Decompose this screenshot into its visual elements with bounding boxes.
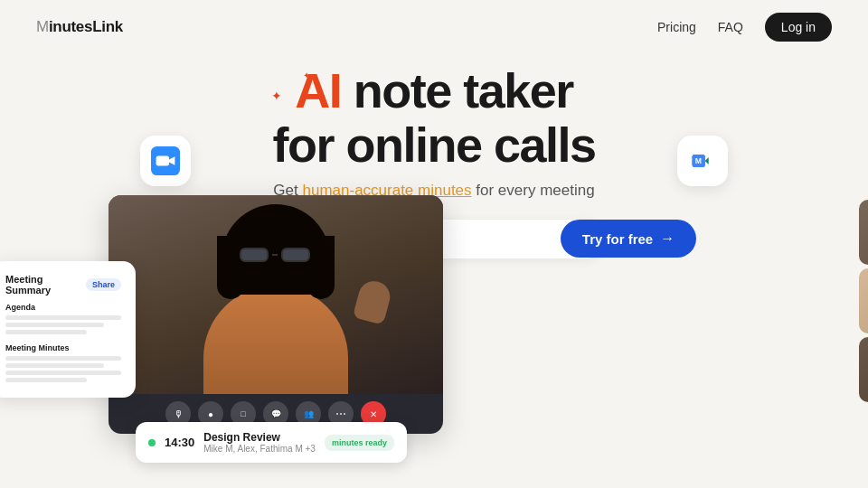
try-for-free-button[interactable]: Try for free → xyxy=(561,220,696,258)
notification-bar: 14:30 Design Review Mike M, Alex, Fathim… xyxy=(136,422,407,463)
svg-rect-1 xyxy=(156,155,169,165)
share-badge[interactable]: Share xyxy=(86,278,121,291)
line-6 xyxy=(5,371,121,375)
line-5 xyxy=(5,363,104,368)
try-btn-label: Try for free xyxy=(582,231,653,247)
video-grid xyxy=(859,200,868,402)
mockup-section: Meeting Summary Share Agenda Meeting Min… xyxy=(0,280,868,488)
line-3 xyxy=(5,330,87,334)
faq-link[interactable]: FAQ xyxy=(718,20,743,34)
agenda-label: Agenda xyxy=(5,303,121,312)
video-thumb-3 xyxy=(859,337,868,402)
zoom-icon xyxy=(140,136,191,186)
notif-people: Mike M, Alex, Fathima M +3 xyxy=(203,444,316,454)
notif-title: Design Review xyxy=(203,431,316,444)
notif-time: 14:30 xyxy=(165,436,194,449)
notif-badge: minutes ready xyxy=(325,435,394,451)
svg-text:M: M xyxy=(695,156,702,165)
sparkle-icon-2: ✦ xyxy=(303,70,310,80)
nav-actions: Pricing FAQ Log in xyxy=(657,13,832,42)
video-thumb-1 xyxy=(859,200,868,265)
login-button[interactable]: Log in xyxy=(765,13,832,42)
hero-title-calls: for online calls xyxy=(272,117,595,172)
line-1 xyxy=(5,315,121,320)
sparkle-icon-1: ✦ xyxy=(271,89,282,103)
navbar: MinutesLink Pricing FAQ Log in xyxy=(0,0,868,54)
arrow-icon: → xyxy=(660,230,675,247)
line-7 xyxy=(5,378,87,382)
video-section: 🎙 ● □ 💬 👥 ⋯ ✕ xyxy=(108,195,443,434)
main-video xyxy=(108,195,443,394)
line-2 xyxy=(5,323,104,327)
minutes-label: Meeting Minutes xyxy=(5,343,121,352)
video-thumb-2 xyxy=(859,268,868,333)
hero-title-ai: AI xyxy=(295,63,341,117)
summary-card: Meeting Summary Share Agenda Meeting Min… xyxy=(0,261,136,398)
notif-info: Design Review Mike M, Alex, Fathima M +3 xyxy=(203,431,316,454)
hero-title-notetaker: note taker xyxy=(341,63,573,117)
notif-dot xyxy=(148,439,156,446)
line-4 xyxy=(5,356,121,361)
pricing-link[interactable]: Pricing xyxy=(657,20,696,34)
google-meet-icon: M xyxy=(677,136,728,186)
logo: MinutesLink xyxy=(36,18,123,36)
summary-card-title: Meeting Summary xyxy=(5,274,86,296)
